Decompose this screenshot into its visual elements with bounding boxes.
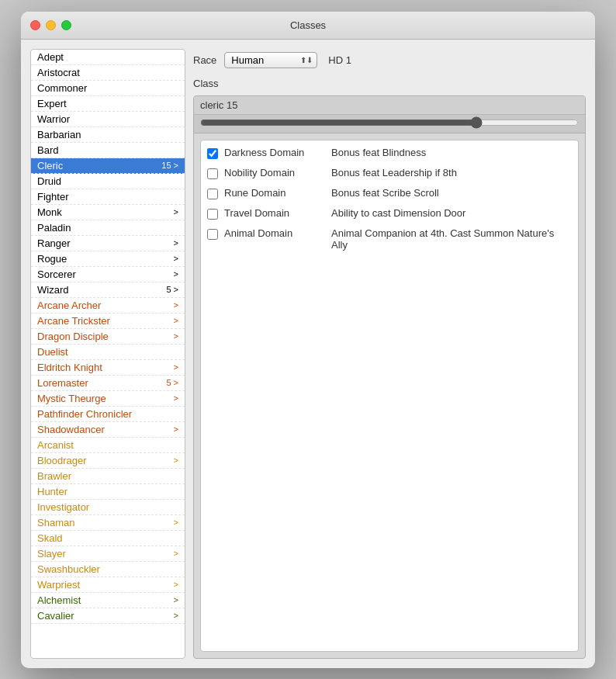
- list-item[interactable]: Bard: [31, 143, 185, 158]
- list-item-level: >: [174, 300, 178, 310]
- list-item[interactable]: Wizard5 >: [31, 282, 185, 298]
- list-item-label: Warrior: [37, 113, 70, 125]
- window-title: Classes: [290, 19, 326, 31]
- list-item-label: Barbarian: [37, 129, 81, 140]
- list-item[interactable]: Alchemist>: [31, 593, 185, 608]
- list-item-label: Alchemist: [37, 594, 81, 606]
- domain-benefit: Animal Companion at 4th. Cast Summon Nat…: [331, 227, 572, 251]
- list-item[interactable]: Pathfinder Chronicler: [31, 407, 185, 422]
- list-item-level: >: [174, 316, 178, 325]
- list-item[interactable]: Investigator: [31, 500, 185, 515]
- list-item[interactable]: Arcane Archer>: [31, 298, 185, 314]
- list-item-level: >: [174, 611, 178, 620]
- list-item-label: Fighter: [37, 191, 68, 203]
- list-item-label: Loremaster: [37, 377, 88, 389]
- list-item-label: Arcanist: [37, 439, 74, 451]
- list-item[interactable]: Warrior: [31, 112, 185, 127]
- domain-checkbox[interactable]: [207, 168, 218, 179]
- list-item[interactable]: Duelist: [31, 345, 185, 360]
- list-item[interactable]: Druid: [31, 174, 185, 189]
- list-item-label: Cavalier: [37, 610, 74, 622]
- content-area: AdeptAristocratCommonerExpertWarriorBarb…: [21, 40, 595, 668]
- minimize-button[interactable]: [46, 20, 56, 30]
- hd-label: HD 1: [328, 54, 351, 66]
- list-item[interactable]: Dragon Disciple>: [31, 329, 185, 345]
- list-item[interactable]: Aristocrat: [31, 65, 185, 81]
- list-item[interactable]: Bloodrager>: [31, 453, 185, 469]
- list-item-label: Rogue: [37, 253, 67, 265]
- domain-benefit: Bonus feat Scribe Scroll: [331, 187, 572, 199]
- domain-panel: Darkness DomainBonus feat BlindnessNobil…: [200, 140, 579, 652]
- level-slider[interactable]: [200, 118, 579, 127]
- list-item[interactable]: Barbarian: [31, 127, 185, 143]
- window-controls: [30, 20, 71, 30]
- list-item-level: >: [174, 595, 178, 605]
- list-item[interactable]: Hunter: [31, 484, 185, 500]
- list-item-label: Adept: [37, 51, 64, 63]
- list-item-label: Sorcerer: [37, 268, 76, 280]
- list-item-label: Swashbuckler: [37, 563, 100, 575]
- class-list: AdeptAristocratCommonerExpertWarriorBarb…: [30, 49, 185, 659]
- domain-checkbox[interactable]: [207, 229, 218, 240]
- list-item[interactable]: Arcanist: [31, 438, 185, 453]
- domain-checkbox[interactable]: [207, 209, 218, 220]
- list-item[interactable]: Warpriest>: [31, 577, 185, 593]
- list-item-label: Shadowdancer: [37, 424, 105, 435]
- domain-row: Rune DomainBonus feat Scribe Scroll: [207, 187, 572, 199]
- list-item[interactable]: Monk>: [31, 205, 185, 220]
- domain-name: Animal Domain: [224, 227, 325, 239]
- list-item[interactable]: Commoner: [31, 81, 185, 96]
- list-item-level: >: [174, 254, 178, 263]
- list-item[interactable]: Skald: [31, 531, 185, 546]
- list-item[interactable]: Brawler: [31, 469, 185, 484]
- list-item[interactable]: Eldritch Knight>: [31, 360, 185, 376]
- domain-row: Nobility DomainBonus feat Leadership if …: [207, 167, 572, 179]
- domain-name: Darkness Domain: [224, 147, 325, 158]
- race-selector[interactable]: Human Elf Dwarf Gnome Half-Elf Half-Orc …: [224, 52, 317, 68]
- domain-benefit: Bonus feat Blindness: [331, 147, 572, 158]
- domain-checkbox[interactable]: [207, 189, 218, 199]
- main-panel: Race Human Elf Dwarf Gnome Half-Elf Half…: [193, 49, 586, 659]
- list-item[interactable]: Mystic Theurge>: [31, 391, 185, 407]
- list-item[interactable]: Shaman>: [31, 515, 185, 531]
- list-item-label: Brawler: [37, 470, 71, 482]
- list-item[interactable]: Rogue>: [31, 251, 185, 267]
- list-item-level: >: [174, 362, 178, 372]
- list-item[interactable]: Arcane Trickster>: [31, 314, 185, 329]
- domain-benefit: Bonus feat Leadership if 8th: [331, 167, 572, 178]
- class-section-label: Class: [193, 78, 586, 89]
- maximize-button[interactable]: [61, 20, 71, 30]
- list-item-label: Expert: [37, 98, 67, 109]
- list-item-label: Shaman: [37, 517, 74, 528]
- class-detail-panel: cleric 15 Darkness DomainBonus feat Blin…: [193, 95, 586, 659]
- list-item[interactable]: Shadowdancer>: [31, 422, 185, 438]
- list-item-label: Duelist: [37, 346, 68, 358]
- list-item-label: Investigator: [37, 501, 89, 513]
- list-item-label: Slayer: [37, 548, 66, 559]
- domain-row: Darkness DomainBonus feat Blindness: [207, 147, 572, 159]
- domain-name: Travel Domain: [224, 207, 325, 219]
- titlebar: Classes: [21, 12, 595, 40]
- list-item[interactable]: Cavalier>: [31, 608, 185, 624]
- list-item[interactable]: Slayer>: [31, 546, 185, 562]
- list-item-label: Commoner: [37, 82, 87, 94]
- close-button[interactable]: [30, 20, 40, 30]
- list-item-label: Druid: [37, 175, 61, 187]
- list-item[interactable]: Fighter: [31, 189, 185, 205]
- list-item[interactable]: Loremaster5 >: [31, 376, 185, 391]
- domain-row: Animal DomainAnimal Companion at 4th. Ca…: [207, 227, 572, 251]
- list-item[interactable]: Cleric15 >: [31, 158, 185, 174]
- list-item[interactable]: Sorcerer>: [31, 267, 185, 282]
- race-dropdown[interactable]: Human Elf Dwarf Gnome Half-Elf Half-Orc …: [224, 52, 317, 68]
- domain-checkbox[interactable]: [207, 148, 218, 159]
- list-item-label: Bard: [37, 144, 58, 156]
- list-item[interactable]: Ranger>: [31, 236, 185, 251]
- domain-benefit: Ability to cast Dimension Door: [331, 207, 572, 219]
- list-item-label: Bloodrager: [37, 455, 87, 466]
- list-item[interactable]: Expert: [31, 96, 185, 112]
- list-item-level: 5 >: [166, 378, 178, 387]
- list-item-label: Pathfinder Chronicler: [37, 408, 132, 420]
- list-item[interactable]: Swashbuckler: [31, 562, 185, 577]
- list-item[interactable]: Paladin: [31, 220, 185, 236]
- list-item[interactable]: Adept: [31, 50, 185, 65]
